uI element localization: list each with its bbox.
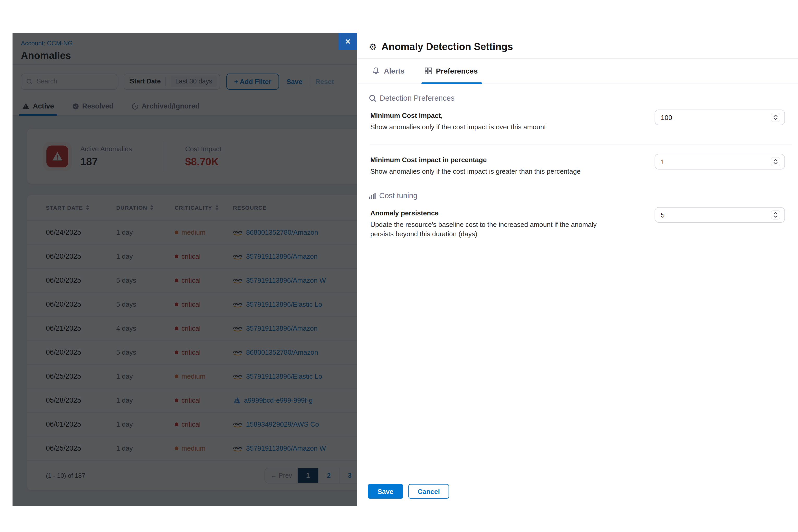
anomaly-persistence-row: Anomaly persistence Update the resource'… [369,206,798,240]
settings-panel-body: Detection Preferences Minimum Cost impac… [357,83,798,240]
tab-alerts[interactable]: Alerts [372,59,404,83]
settings-panel-title: Anomaly Detection Settings [382,42,513,52]
section-heading-label: Detection Preferences [380,94,455,102]
app-root: Account: CCM-NG Anomalies Start Date Las… [0,0,798,532]
setting-description: Update the resource's baseline cost to t… [370,220,621,240]
settings-panel-header: ⚙ Anomaly Detection Settings [357,0,798,59]
min-cost-percent-row: Minimum Cost impact in percentage Show a… [369,153,798,183]
gear-icon: ⚙ [369,43,377,52]
anomaly-settings-panel: ⚙ Anomaly Detection Settings Alerts Pref… [357,0,798,532]
setting-label: Minimum Cost impact, [370,112,647,119]
anomaly-persistence-input-wrap [654,207,785,223]
anomaly-persistence-input[interactable] [661,211,771,219]
tab-alerts-label: Alerts [384,67,404,75]
min-cost-impact-row: Minimum Cost impact, Show anomalies only… [369,109,798,139]
row-divider [370,144,792,145]
min-cost-impact-input-wrap [654,110,785,125]
number-stepper-icon[interactable] [771,157,780,166]
bar-chart-icon [369,192,376,199]
cost-tuning-heading: Cost tuning [369,191,798,200]
setting-description: Show anomalies only if the cost impact i… [370,167,621,176]
setting-description: Show anomalies only if the cost impact i… [370,122,621,132]
close-icon[interactable]: ✕ [339,33,357,50]
settings-tabs: Alerts Preferences [357,59,798,83]
settings-footer: Save Cancel [368,484,449,499]
section-gap [369,183,798,191]
section-heading-label: Cost tuning [379,191,418,200]
tab-preferences[interactable]: Preferences [424,59,477,83]
anomalies-page: Account: CCM-NG Anomalies Start Date Las… [13,33,357,506]
search-icon [369,94,377,102]
cancel-button[interactable]: Cancel [408,484,449,499]
min-cost-percent-input[interactable] [661,158,771,166]
tab-preferences-label: Preferences [436,67,477,75]
modal-dim-overlay [13,33,357,506]
number-stepper-icon[interactable] [771,113,780,122]
number-stepper-icon[interactable] [771,210,780,220]
min-cost-percent-input-wrap [654,154,785,170]
bell-icon [372,67,380,75]
grid-icon [424,67,432,75]
setting-label: Anomaly persistence [370,209,647,217]
min-cost-impact-input[interactable] [661,113,771,121]
setting-label: Minimum Cost impact in percentage [370,156,647,164]
detection-preferences-heading: Detection Preferences [369,94,798,102]
save-button[interactable]: Save [368,484,403,499]
